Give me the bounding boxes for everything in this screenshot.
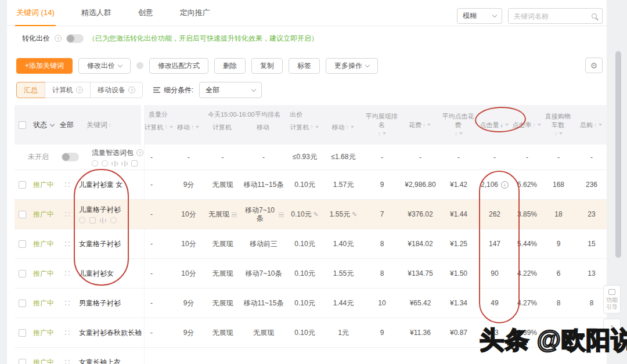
filter-funnel-icon[interactable] [383,132,386,135]
help-icon[interactable] [136,149,143,156]
header-subcol[interactable]: 移动↑ [323,123,362,131]
keyword-search-input[interactable] [514,12,589,20]
word-package-toggle[interactable] [62,153,79,161]
filter-funnel-icon[interactable] [170,126,173,128]
sort-arrow-icon[interactable]: ↓ [500,121,503,129]
delete-button[interactable]: 删除 [214,58,246,74]
sort-arrow-icon[interactable]: ↑ [423,121,426,129]
settings-button[interactable] [585,57,603,73]
help-icon[interactable] [55,35,62,42]
drag-handle-icon[interactable] [63,180,71,189]
tab-audience[interactable]: 精选人群 [81,0,111,26]
tab-targeting[interactable]: 定向推广 [180,0,210,26]
download-circle-icon[interactable] [501,181,509,189]
drag-handle-icon[interactable] [63,269,71,278]
more-actions-button[interactable]: 更多操作 [326,58,378,74]
row-checkbox[interactable] [19,329,26,337]
keyword-header[interactable]: 关键词 [87,120,107,130]
table-header-columns: 质量分计算机↑移动↑今天15:00-16:00平均排名计算机移动出价计算机↑移动… [144,105,607,145]
header-subcol[interactable]: 计算机↑ [285,123,323,131]
drag-handle-icon[interactable] [63,358,71,364]
drag-handle-icon[interactable] [63,210,71,219]
scrollbar-thumb[interactable] [615,51,621,258]
row-checkbox[interactable] [19,300,26,307]
header-subcol[interactable]: 计算机 [203,123,241,131]
status-header[interactable]: 状态 [33,120,47,130]
header-subcol[interactable]: 移动 [241,123,285,131]
sort-arrow-icon[interactable]: ↑ [533,121,536,129]
segment-computer[interactable]: 计算机 [45,82,90,98]
header-col[interactable]: 点击率↑ [511,105,542,145]
segment-summary[interactable]: 汇总 [17,82,45,98]
filter-funnel-icon[interactable] [599,124,602,126]
keyword-cell[interactable]: 儿童衬衫女 [79,269,114,279]
select-all-checkbox[interactable] [19,121,26,129]
feature-guide-widget[interactable]: 功能引导 [603,285,621,313]
header-col[interactable]: 直接购物车数↑ [542,105,574,145]
filter-funnel-icon[interactable] [315,126,319,128]
sort-arrow-icon[interactable]: ↑ [165,123,168,131]
drag-handle-icon[interactable] [63,298,71,308]
trend-icon[interactable] [121,161,128,167]
edit-pencil-icon[interactable] [312,210,319,218]
filter-funnel-icon[interactable] [459,132,463,135]
bar-chart-icon[interactable] [100,218,106,224]
row-checkbox[interactable] [19,270,26,277]
header-col[interactable]: 总购↑ [574,105,607,145]
trash-icon[interactable] [89,217,96,224]
filter-funnel-icon[interactable] [351,126,354,128]
trash-icon[interactable] [131,160,138,167]
bar-chart-icon[interactable] [111,161,118,167]
filter-funnel-icon[interactable] [538,124,541,126]
filter-funnel-icon[interactable] [559,132,563,135]
modify-bid-button[interactable]: 修改出价 [78,58,131,74]
sort-arrow-icon[interactable]: ↑ [378,129,381,138]
keyword-cell[interactable]: 儿童格子衬衫 [79,205,121,224]
tab-creative[interactable]: 创意 [138,0,153,26]
segment-mobile[interactable]: 移动设备 [90,82,142,98]
row-checkbox[interactable] [19,211,26,218]
drag-handle-icon[interactable] [63,239,71,248]
match-mode-select[interactable]: 模糊 [457,8,502,24]
target-icon[interactable] [92,160,98,167]
sort-arrow-icon[interactable]: ↑ [109,122,111,128]
filter-funnel-icon[interactable] [196,126,199,128]
add-keyword-button[interactable]: +添加关键词 [16,58,73,74]
keyword-cell[interactable]: 女童衬衫春秋款长袖 [79,328,142,338]
list-icon[interactable] [232,212,237,217]
sort-arrow-icon[interactable]: ↑ [311,123,314,131]
keyword-cell[interactable]: 女童长袖上衣 [79,358,121,364]
convert-bid-toggle[interactable] [66,34,84,43]
tab-keywords[interactable]: 关键词 (14) [16,0,55,26]
header-col[interactable]: 花费↑ [401,105,439,145]
list-icon[interactable] [279,212,284,217]
filter-funnel-icon[interactable] [505,124,509,126]
header-subcol[interactable]: 计算机↑ [144,123,173,131]
modify-match-button[interactable]: 修改匹配方式 [149,58,208,74]
sort-arrow-icon[interactable]: ↑ [554,129,557,138]
row-checkbox[interactable] [19,240,26,248]
search-icon[interactable] [102,160,108,167]
sort-arrow-icon[interactable]: ↑ [346,123,349,131]
filter-funnel-icon[interactable] [427,124,431,126]
keyword-cell[interactable]: 儿童衬衫童 女 [79,180,122,190]
header-col[interactable]: 平均点击花费↑ [439,105,477,145]
header-col[interactable]: 平均展现排名↑ [362,105,401,145]
subdivide-select[interactable]: 全部 [199,82,262,98]
row-checkbox[interactable] [19,181,26,189]
sort-arrow-icon[interactable]: ↑ [594,121,597,129]
sort-arrow-icon[interactable]: ↑ [191,123,194,131]
keyword-cell[interactable]: 女童格子衬衫 [79,239,121,249]
drag-handle-icon[interactable] [63,328,71,337]
status-filter-value[interactable]: 全部 [60,120,74,130]
sort-arrow-icon[interactable]: ↑ [455,129,457,138]
row-checkbox[interactable] [19,359,26,364]
header-subcol[interactable]: 移动↑ [173,123,203,131]
edit-pencil-icon[interactable] [350,210,357,218]
pause-icon[interactable] [110,217,117,224]
copy-button[interactable]: 复制 [251,58,283,74]
tag-button[interactable]: 标签 [289,58,320,74]
target-icon[interactable] [79,217,85,224]
keyword-cell[interactable]: 男童格子衬衫 [79,298,121,308]
header-col[interactable]: 点击量↓ [477,105,511,145]
